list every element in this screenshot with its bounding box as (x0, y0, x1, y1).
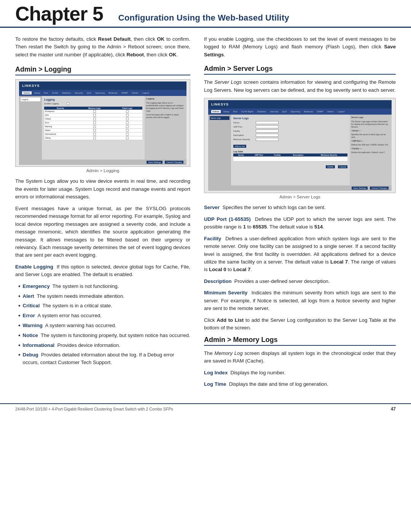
ss2-udp-label: UDP Port (233, 126, 254, 128)
ss-nav-vlan: VLAN (51, 91, 59, 94)
ss2-th-desc: Description (286, 153, 311, 157)
def-udp: UDP Port (1-65535) Defines the UDP port … (204, 216, 396, 231)
ss-cisco-logo: cisco (180, 162, 185, 165)
ss-td-cr-flash (112, 117, 142, 121)
ss-td-de-mem (76, 136, 112, 140)
list-item-informational: • Informational Provides device informat… (18, 342, 190, 349)
ss-nav-span: Spanning (94, 91, 106, 94)
ss-nav-admin: Admin (22, 91, 32, 94)
memory-logs-intro: The Memory Log screen displays all syste… (204, 350, 396, 365)
content-area: To restore the factory defaults, click R… (0, 28, 411, 399)
ss2-nav-adm2: Admin (326, 110, 335, 113)
ss2-desc-label: Description (233, 134, 254, 136)
ss-main: Logging Enable Logging Severity Memory L… (42, 96, 145, 165)
ss2-desc-row: Description (233, 134, 347, 137)
enable-logging-para: Enable Logging If this option is selecte… (15, 263, 190, 279)
ss2-log-table: Server UDP Port Facility Description Min… (233, 153, 347, 161)
ss-logo: LINKSYS (22, 84, 40, 88)
ss-td-in-mem (76, 132, 112, 136)
screenshot1-box: LINKSYS Admin Setup Port VLAN Statistics… (15, 79, 190, 167)
ss-tr-critical: Critical (44, 117, 142, 121)
ss2-facility-row: Facility (233, 129, 347, 133)
list-item-emergency: • Emergency The system is not functionin… (18, 283, 190, 290)
ss-enable-label: Enable Logging (44, 102, 65, 105)
def-server: Server Specifies the server to which log… (204, 204, 396, 211)
ss-td-al-mem (76, 113, 112, 117)
bullet-dot-emergency: • (18, 283, 21, 290)
ss2-server-row: Server (233, 121, 347, 124)
ss-td-em-flash (112, 110, 142, 113)
ss-td-de-flash (112, 136, 142, 140)
screenshot2-inner: LINKSYS Admin Setup Port VLAN Mgmt Stati… (208, 100, 392, 191)
ss-tr-emergency: Emergency (44, 110, 142, 113)
li-informational-text: Informational Provides device informatio… (23, 342, 121, 349)
ss2-server-label: Server (233, 121, 254, 124)
ss2-bottom-bar: Save Settings Cancel Changes cisco (208, 185, 392, 191)
section2-heading: Admin > Server Logs (204, 65, 396, 75)
ss-td-emergency: Emergency (44, 110, 76, 113)
body-paragraph1: The System Logs allow you to view device… (15, 177, 190, 201)
ss2-body: Server Logs Server Logs Server UDP Port (208, 115, 392, 191)
ss-td-debug: Debug (44, 136, 76, 140)
ss-save-btn: Save Settings (147, 161, 162, 164)
li-informational-term: Informational (23, 342, 55, 348)
li-alert-text: Alert The system needs immediate attenti… (23, 292, 124, 300)
ss-td-warning: Warning (44, 125, 76, 128)
left-column: To restore the factory defaults, click R… (15, 35, 198, 392)
ss2-desc-input (256, 134, 279, 137)
ss2-rp-text1: The Server Logs page contains informatio… (351, 120, 390, 128)
page-footer: 24/48-Port 10/100 + 4-Port Gigabit Resil… (0, 403, 411, 414)
ss-tr-notice: Notice (44, 128, 142, 132)
list-item-warning: • Warning A system warning has occurred. (18, 322, 190, 329)
ss2-nav-sec: Security (269, 110, 280, 113)
list-item-critical: • Critical The system is in a critical s… (18, 302, 190, 310)
screenshot2-box: LINKSYS Admin Setup Port VLAN Mgmt Stati… (204, 98, 396, 193)
ss2-server-title: Server Logs (233, 117, 347, 120)
ss2-th-udp: UDP Port (249, 153, 269, 157)
bullet-dot-warning: • (18, 322, 21, 329)
screenshot2-caption: Admin > Server Logs (204, 195, 396, 199)
ss-sidebar: Logging (19, 96, 42, 165)
li-warning-term: Warning (23, 323, 43, 328)
ss-logging-table: Severity Memory Logs Flash Logs Emergenc… (44, 107, 142, 140)
bullet-dot-notice: • (18, 332, 21, 339)
ss2-cisco-logo: cisco (386, 188, 390, 190)
screenshot1-caption: Admin > Logging (15, 168, 190, 173)
ss2-addtolist-btn: Add to List (233, 145, 246, 148)
ss-tr-error: Error (44, 121, 142, 125)
severity-list: • Emergency The system is not functionin… (18, 283, 190, 366)
ss-nav-adm2: Admin (131, 91, 139, 94)
bullet-dot-informational: • (18, 342, 21, 349)
ss2-td-empty (233, 157, 347, 161)
ss-bottom-bar: Save Settings Cancel Changes cisco (19, 160, 186, 165)
li-emergency-text: Emergency The system is not functioning. (23, 283, 119, 290)
section1-heading: Admin > Logging (15, 66, 190, 75)
ss-sidebar-logging: Logging (21, 97, 40, 101)
ss-logging-title: Logging (44, 98, 142, 101)
ss-tr-alert: Alert (44, 113, 142, 117)
page-header: Chapter 5 Configuration Using the Web-ba… (0, 0, 411, 28)
ss2-right-panel: Server Logs The Server Logs page contain… (350, 115, 392, 191)
li-warning-text: Warning A system warning has occurred. (23, 322, 116, 329)
ss2-header: LINKSYS (208, 100, 392, 109)
ss-nav-qos: QoS (86, 91, 92, 94)
ss2-sidebar: Server Logs (208, 115, 231, 191)
screenshot1-inner: LINKSYS Admin Setup Port VLAN Statistics… (19, 81, 186, 165)
ss-nav-port: Port (43, 91, 49, 94)
ss2-logo: LINKSYS (211, 102, 229, 106)
ss-td-wa-mem (76, 125, 112, 128)
ss-rp-title: Logging (146, 97, 185, 101)
li-critical-text: Critical The system is in a critical sta… (23, 302, 112, 310)
bullet-dot-alert: • (18, 292, 21, 300)
ss-tr-warning: Warning (44, 125, 142, 128)
ss2-delete-btn: Delete (326, 165, 335, 168)
right-intro-para: If you enable Logging, use the checkboxe… (204, 35, 396, 59)
ss2-rp-udp-desc: Defines the UDP port 1-65535. Default: 5… (351, 144, 390, 146)
ss2-nav: Admin Setup Port VLAN Mgmt Statistics Se… (208, 109, 392, 115)
li-error-term: Error (23, 313, 35, 318)
right-column: If you enable Logging, use the checkboxe… (198, 35, 396, 392)
ss-right-panel: Logging The Logging page allows you to e… (145, 96, 186, 165)
ss2-nav-snmp: SNMP (316, 110, 325, 113)
ss2-facility-input (256, 129, 279, 133)
ss2-udp-row: UDP Port (233, 125, 347, 128)
